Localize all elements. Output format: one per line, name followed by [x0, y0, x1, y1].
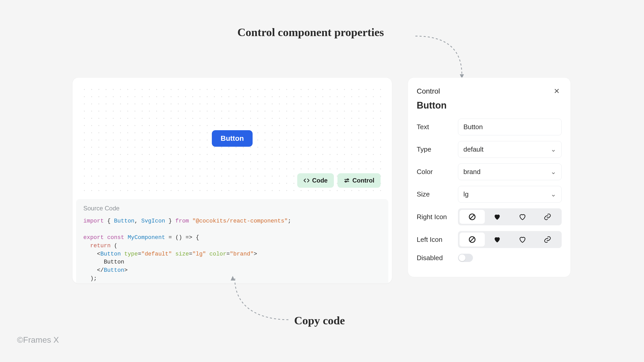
icon-option-heart-solid[interactable] — [485, 210, 510, 224]
icon-option-link[interactable] — [535, 233, 560, 246]
prop-label-text: Text — [417, 123, 453, 131]
none-icon — [468, 213, 476, 221]
prop-label-left-icon: Left Icon — [417, 236, 453, 244]
annotation-top: Control component properties — [237, 26, 384, 39]
source-title: Source Code — [83, 205, 381, 212]
svg-point-2 — [345, 181, 346, 182]
svg-line-4 — [470, 215, 474, 219]
type-select[interactable]: default ⌄ — [458, 141, 562, 158]
text-input[interactable]: Button — [458, 119, 562, 135]
none-icon — [468, 236, 476, 243]
control-component-name: Button — [417, 100, 562, 111]
color-select[interactable]: brand ⌄ — [458, 163, 562, 180]
svg-point-1 — [347, 179, 348, 180]
heart-solid-icon — [493, 213, 501, 221]
prop-label-right-icon: Right Icon — [417, 213, 453, 221]
annotation-bottom: Copy code — [294, 314, 345, 327]
left-icon-group — [458, 231, 562, 248]
sliders-icon — [344, 177, 350, 184]
right-icon-group — [458, 208, 562, 225]
source-code: import { Button, SvgIcon } from "@cocoki… — [83, 217, 381, 284]
prop-label-type: Type — [417, 145, 453, 153]
prop-label-color: Color — [417, 168, 453, 176]
demo-button[interactable]: Button — [212, 130, 253, 147]
arrow-bottom — [227, 276, 294, 327]
chevron-down-icon: ⌄ — [551, 168, 556, 176]
heart-outline-icon — [519, 213, 526, 221]
prop-label-disabled: Disabled — [417, 254, 453, 262]
icon-option-link[interactable] — [535, 210, 560, 224]
svg-marker-7 — [231, 276, 235, 281]
footer-brand: ©Frames X — [17, 335, 59, 345]
control-chip[interactable]: Control — [337, 173, 381, 188]
link-icon — [544, 236, 551, 243]
icon-option-none[interactable] — [460, 233, 485, 246]
chevron-down-icon: ⌄ — [551, 145, 556, 153]
prop-label-size: Size — [417, 190, 453, 198]
heart-outline-icon — [519, 236, 526, 243]
close-icon[interactable]: ✕ — [552, 86, 562, 96]
control-chip-label: Control — [352, 177, 374, 184]
icon-option-heart-outline[interactable] — [510, 233, 535, 246]
chevron-down-icon: ⌄ — [551, 190, 556, 198]
control-panel-title: Control — [417, 87, 440, 95]
icon-option-heart-outline[interactable] — [510, 210, 535, 224]
code-chip[interactable]: Code — [297, 173, 334, 188]
svg-line-6 — [470, 237, 474, 242]
source-panel: Source Code import { Button, SvgIcon } f… — [76, 199, 388, 284]
icon-option-none[interactable] — [460, 210, 485, 224]
size-select[interactable]: lg ⌄ — [458, 186, 562, 203]
code-chip-label: Code — [312, 177, 328, 184]
icon-option-heart-solid[interactable] — [485, 233, 510, 246]
heart-solid-icon — [493, 236, 501, 243]
preview-card: Button Code Control Source Code import {… — [72, 77, 392, 284]
link-icon — [544, 213, 551, 221]
control-panel: Control ✕ Button Text Button Type defaul… — [408, 77, 571, 277]
preview-stage: Button Code Control — [79, 84, 386, 193]
disabled-toggle[interactable] — [458, 254, 473, 262]
code-icon — [303, 177, 310, 184]
